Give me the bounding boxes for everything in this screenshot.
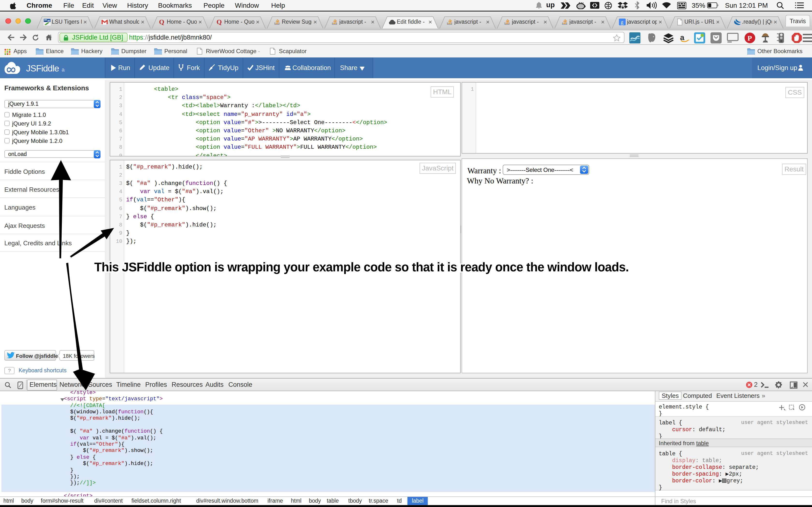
svg-text:a: a bbox=[680, 33, 684, 42]
svg-text:Q: Q bbox=[159, 18, 164, 25]
svg-text:P: P bbox=[748, 34, 752, 42]
svg-text:g: g bbox=[621, 19, 623, 25]
svg-text:Q: Q bbox=[216, 18, 222, 25]
